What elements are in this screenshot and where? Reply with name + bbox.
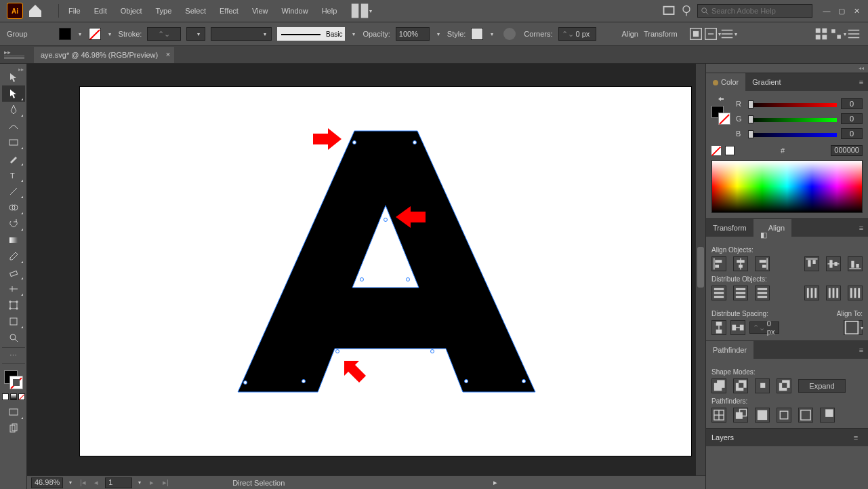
paintbrush-tool[interactable] — [2, 151, 25, 167]
menu-file[interactable]: File — [62, 0, 87, 22]
artboard-number-field[interactable]: 1 — [105, 477, 132, 488]
recolor-icon[interactable] — [503, 28, 516, 40]
transform-link[interactable]: Transform — [644, 30, 678, 38]
spacing-field[interactable]: ⌃⌄ 0 px — [749, 321, 779, 334]
edit-contents-icon[interactable]: ▾ — [705, 26, 720, 41]
outline-icon[interactable] — [798, 408, 813, 423]
window-maximize[interactable]: ▢ — [835, 6, 848, 16]
hspace-icon[interactable] — [730, 320, 745, 335]
stroke-dropdown[interactable]: ▾ — [106, 31, 113, 37]
letter-a-path[interactable] — [80, 87, 691, 456]
color-mode-gradient[interactable] — [10, 393, 17, 400]
align-link[interactable]: Align — [622, 30, 638, 38]
brush-dropdown[interactable]: ▾ — [350, 31, 357, 37]
fill-swatch[interactable] — [59, 28, 71, 40]
grid-icon[interactable] — [814, 26, 829, 41]
help-search-input[interactable] — [711, 7, 809, 15]
tab-layers[interactable]: Layers — [711, 433, 734, 442]
vdist-center-icon[interactable] — [733, 286, 748, 300]
selection-tool[interactable] — [2, 69, 25, 85]
isolate-group-icon[interactable] — [688, 26, 703, 41]
window-minimize[interactable]: — — [821, 6, 833, 16]
anchor-point[interactable] — [413, 140, 417, 144]
merge-icon[interactable] — [755, 408, 770, 423]
menu-effect[interactable]: Effect — [213, 0, 245, 22]
scrollbar-thumb[interactable] — [697, 247, 704, 288]
hdist-right-icon[interactable] — [848, 286, 863, 300]
anchor-point[interactable] — [406, 277, 410, 281]
artboard-tool[interactable] — [2, 297, 25, 313]
divide-icon[interactable] — [711, 408, 726, 423]
vdist-bottom-icon[interactable] — [755, 286, 770, 300]
blue-value[interactable]: 0 — [841, 128, 863, 139]
opacity-field[interactable]: 100% — [396, 27, 430, 41]
free-transform-tool[interactable] — [2, 313, 25, 330]
hscroll-play-icon[interactable]: ▸ — [491, 477, 500, 489]
anchor-point[interactable] — [464, 379, 468, 383]
trim-icon[interactable] — [733, 408, 748, 423]
hint-icon[interactable] — [680, 4, 693, 18]
help-search[interactable] — [697, 4, 812, 18]
screen-mode-tool[interactable] — [2, 404, 25, 420]
prefs-icon[interactable] — [846, 26, 861, 41]
tab-color[interactable]: Color — [706, 73, 745, 91]
document-tab[interactable]: aye.svg* @ 46.98% (RGB/Preview) × — [34, 47, 174, 63]
green-value[interactable]: 0 — [841, 113, 863, 124]
tab-align[interactable]: ◧Align — [753, 219, 791, 237]
eyedropper-tool[interactable] — [2, 248, 25, 265]
anchor-point[interactable] — [360, 277, 364, 281]
stroke-proxy[interactable] — [9, 376, 23, 389]
style-swatch[interactable] — [471, 28, 483, 40]
menu-type[interactable]: Type — [149, 0, 179, 22]
align-vcenter-icon[interactable] — [826, 256, 841, 271]
line-tool[interactable] — [2, 183, 25, 199]
align-left-icon[interactable] — [711, 256, 726, 271]
menu-edit[interactable]: Edit — [87, 0, 114, 22]
align-panel-menu-icon[interactable]: ≡ — [854, 224, 868, 232]
brush-definition[interactable]: Basic — [277, 27, 345, 41]
align-top-icon[interactable] — [804, 256, 819, 271]
anchor-point[interactable] — [243, 380, 247, 385]
close-tab-icon[interactable]: × — [166, 50, 170, 58]
eraser-tool[interactable] — [2, 265, 25, 281]
curvature-tool[interactable] — [2, 118, 25, 134]
anchor-point[interactable] — [352, 140, 356, 144]
align-right-icon[interactable] — [755, 256, 770, 271]
more-options-icon[interactable]: ▾ — [721, 26, 736, 41]
anchor-point[interactable] — [522, 379, 526, 383]
tab-pathfinder[interactable]: Pathfinder — [706, 341, 753, 359]
style-dropdown[interactable]: ▾ — [489, 31, 495, 37]
red-slider[interactable] — [748, 100, 837, 107]
pathfinder-panel-menu-icon[interactable]: ≡ — [854, 346, 868, 354]
minus-back-icon[interactable] — [820, 408, 835, 423]
artboard-dropdown[interactable]: ▾ — [136, 480, 143, 486]
stroke-swatch[interactable] — [89, 28, 101, 40]
blue-slider[interactable] — [748, 130, 837, 137]
align-to-dropdown[interactable]: ▾ — [844, 320, 863, 335]
collapse-panels-icon[interactable]: ◂◂ — [706, 64, 868, 73]
prev-artboard-icon[interactable]: ◂ — [91, 478, 101, 488]
draw-mode-tool[interactable] — [2, 420, 25, 437]
window-close[interactable]: ✕ — [850, 6, 863, 16]
menu-help[interactable]: Help — [315, 0, 344, 22]
minus-front-icon[interactable] — [733, 378, 748, 393]
snap-icon[interactable]: ▾ — [830, 26, 845, 41]
exclude-icon[interactable] — [777, 378, 791, 393]
corners-field[interactable]: ⌃⌄ 0 px — [558, 27, 596, 41]
panel-fill-stroke-proxy[interactable] — [711, 106, 730, 125]
anchor-point[interactable] — [302, 379, 306, 383]
unite-icon[interactable] — [711, 378, 726, 393]
color-mode-none[interactable] — [18, 393, 25, 400]
menu-select[interactable]: Select — [178, 0, 213, 22]
white-black-swatch[interactable] — [725, 146, 735, 155]
none-swatch[interactable] — [711, 146, 721, 155]
zoom-tool[interactable] — [2, 330, 25, 346]
menu-object[interactable]: Object — [114, 0, 149, 22]
expand-panels-icon[interactable]: ▸▸ — [4, 49, 11, 56]
anchor-point[interactable] — [384, 218, 388, 222]
anchor-point[interactable] — [335, 349, 339, 353]
first-artboard-icon[interactable]: |◂ — [78, 478, 87, 488]
shape-builder-tool[interactable] — [2, 199, 25, 216]
rectangle-tool[interactable] — [2, 134, 25, 151]
direct-selection-tool[interactable] — [2, 85, 25, 102]
